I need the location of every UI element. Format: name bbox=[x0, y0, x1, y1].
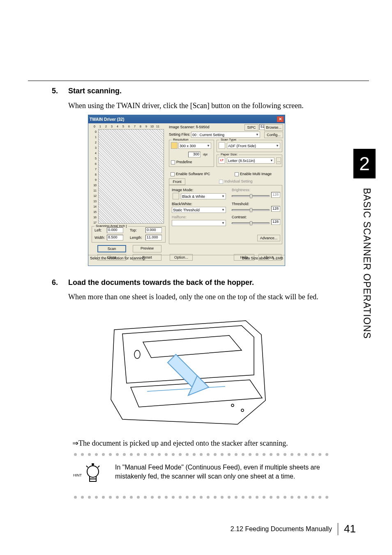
contrast-value[interactable]: 128 bbox=[271, 219, 280, 225]
scantype-label: Scan Type: bbox=[219, 138, 238, 141]
top-rule bbox=[28, 81, 369, 81]
enable-multi-label: Enable Multi Image bbox=[240, 172, 272, 176]
length-input[interactable]: 11.000 bbox=[145, 235, 162, 240]
browse-button[interactable]: Browse... bbox=[264, 124, 283, 131]
threshold-label: Threshold: bbox=[232, 202, 249, 206]
twain-dialog: TWAIN Driver (32) ✕ 01234567891011 01234… bbox=[88, 115, 285, 266]
scanner-label: Image Scanner: fi-5950d bbox=[169, 125, 210, 129]
scanner-illustration bbox=[98, 305, 270, 432]
svg-line-6 bbox=[86, 466, 88, 467]
enable-ipc-label: Enable Software IPC bbox=[176, 172, 210, 176]
step6-body: When more than one sheet is loaded, only… bbox=[68, 293, 331, 301]
step5-body: When using the TWAIN driver, click the [… bbox=[68, 102, 331, 110]
svg-point-8 bbox=[92, 463, 94, 465]
datasize-label: Data Size about: bbox=[242, 256, 270, 260]
individual-label: Individual Setting bbox=[224, 179, 253, 183]
bw-select[interactable]: Static Threshold▼ bbox=[172, 207, 226, 213]
threshold-slider[interactable] bbox=[232, 209, 270, 211]
step6-result: ⇒The document is picked up and ejected o… bbox=[72, 439, 335, 448]
imagemode-select[interactable]: Black & White▼ bbox=[181, 193, 226, 199]
dialog-title: TWAIN Driver (32) bbox=[90, 117, 124, 122]
hint-dots-bottom bbox=[74, 496, 328, 501]
enable-ipc-checkbox[interactable] bbox=[171, 172, 175, 176]
front-tab[interactable]: Front bbox=[169, 178, 185, 185]
brightness-value: 128 bbox=[271, 192, 280, 198]
length-label: Length: bbox=[130, 236, 142, 240]
resolution-select[interactable]: 300 x 300▼ bbox=[178, 143, 211, 149]
svg-point-0 bbox=[134, 350, 140, 358]
page-footer: 2.12 Feeding Documents Manually 41 bbox=[231, 523, 356, 535]
predefine-label: Predefine bbox=[176, 160, 192, 164]
lightbulb-icon bbox=[82, 463, 104, 488]
halftone-label: Halftone: bbox=[172, 215, 187, 219]
advance-button[interactable]: Advance... bbox=[257, 235, 280, 241]
close-icon[interactable]: ✕ bbox=[277, 116, 284, 122]
left-input[interactable]: 0.000 bbox=[107, 227, 123, 233]
page-number: 41 bbox=[344, 523, 356, 535]
status-bar: Select the resolution for scanning. Data… bbox=[88, 255, 285, 261]
resolution-icon bbox=[171, 142, 178, 149]
footer-section: 2.12 Feeding Documents Manually bbox=[231, 525, 332, 533]
imagemode-label: Image Mode: bbox=[172, 188, 194, 192]
top-label: Top: bbox=[130, 228, 137, 232]
predefine-checkbox[interactable] bbox=[171, 160, 175, 164]
dpi-unit: dpi bbox=[203, 153, 208, 156]
preview-area[interactable] bbox=[98, 129, 164, 224]
hint-dots-top bbox=[74, 453, 328, 458]
ruler-vertical: 01234567891011121314151617 bbox=[92, 129, 97, 225]
hint-label: HINT bbox=[73, 473, 82, 477]
scantype-icon bbox=[219, 142, 225, 149]
bw-label: Black/White: bbox=[172, 202, 192, 206]
step6-number: 6. bbox=[52, 278, 58, 287]
chapter-number: 2 bbox=[359, 153, 370, 175]
papersize-icon: LT bbox=[219, 157, 225, 164]
left-label: Left: bbox=[95, 228, 102, 232]
step6-title: Load the documents towards the back of t… bbox=[68, 278, 254, 287]
papersize-select[interactable]: Letter (8.5x11in)▼ bbox=[227, 157, 274, 164]
halftone-select: ▼ bbox=[172, 220, 226, 226]
chapter-tab: 2 bbox=[353, 149, 376, 178]
enable-multi-checkbox[interactable] bbox=[235, 172, 239, 176]
config-button[interactable]: Config... bbox=[264, 132, 283, 138]
sipc-badge: SIPC bbox=[244, 124, 258, 131]
scan-button[interactable]: Scan bbox=[97, 245, 126, 252]
dpi-input[interactable]: 300 bbox=[188, 152, 201, 157]
width-label: Width: bbox=[95, 236, 105, 240]
side-title: BASIC SCANNER OPERATIONS bbox=[361, 188, 372, 339]
threshold-value[interactable]: 128 bbox=[271, 206, 280, 212]
dialog-titlebar: TWAIN Driver (32) ✕ bbox=[88, 115, 285, 123]
settingfiles-select[interactable]: 00 : Current Setting▼ bbox=[191, 132, 260, 138]
papersize-more-button[interactable]: ... bbox=[276, 157, 281, 164]
hint-text: In "Manual Feed Mode" (Continuous Feed),… bbox=[115, 463, 325, 481]
svg-point-2 bbox=[231, 404, 234, 407]
width-input[interactable]: 8.500 bbox=[107, 235, 123, 240]
imagemode-icon bbox=[173, 193, 179, 199]
brightness-label: Brightness: bbox=[232, 188, 250, 192]
settingfiles-label: Setting Files: bbox=[169, 132, 190, 136]
svg-point-1 bbox=[241, 409, 244, 412]
contrast-slider[interactable] bbox=[232, 222, 270, 224]
datasize-value: 1.1MB bbox=[272, 256, 283, 260]
step5-number: 5. bbox=[52, 87, 58, 95]
scantype-select[interactable]: ADF (Front Side)▼ bbox=[227, 143, 280, 149]
resolution-label: Resolution bbox=[172, 138, 190, 141]
svg-point-3 bbox=[87, 466, 99, 477]
ruler-horizontal: 01234567891011 bbox=[92, 124, 166, 128]
papersize-label: Paper Size: bbox=[219, 153, 239, 156]
brightness-slider bbox=[232, 195, 270, 197]
top-input[interactable]: 0.000 bbox=[145, 227, 162, 233]
contrast-label: Contrast: bbox=[232, 215, 247, 219]
status-text: Select the resolution for scanning. bbox=[90, 256, 146, 260]
preview-button[interactable]: Preview bbox=[133, 245, 161, 252]
step5-title: Start scanning. bbox=[68, 87, 122, 95]
svg-line-7 bbox=[98, 466, 99, 467]
individual-checkbox bbox=[219, 180, 223, 184]
